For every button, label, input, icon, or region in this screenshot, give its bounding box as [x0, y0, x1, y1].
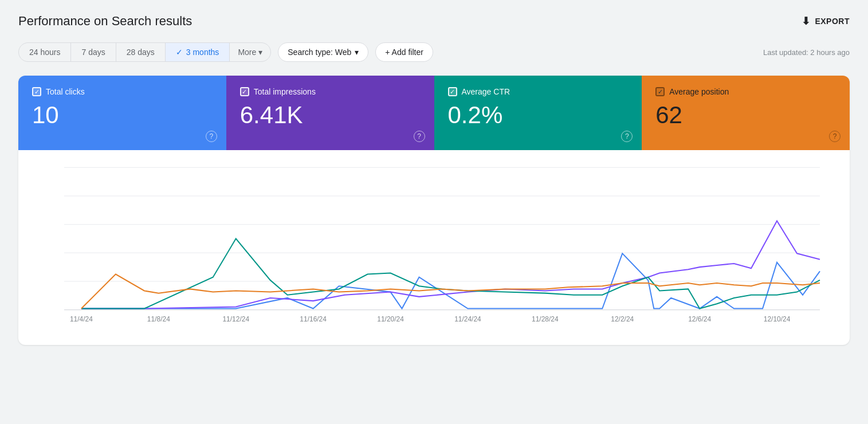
clicks-label: Total clicks [46, 87, 85, 96]
search-type-button[interactable]: Search type: Web ▾ [278, 42, 368, 62]
svg-text:11/16/24: 11/16/24 [300, 315, 327, 323]
metric-clicks: ✓ Total clicks 10 ? [18, 76, 226, 150]
impressions-checkbox[interactable]: ✓ [240, 87, 249, 96]
ctr-label: Average CTR [462, 87, 510, 96]
svg-text:11/8/24: 11/8/24 [147, 315, 170, 323]
page-title: Performance on Search results [18, 14, 192, 29]
ctr-value: 0.2% [448, 103, 629, 127]
clicks-checkbox[interactable]: ✓ [32, 87, 41, 96]
clicks-value: 10 [32, 103, 213, 127]
performance-chart: 11/4/24 11/8/24 11/12/24 11/16/24 11/20/… [30, 162, 831, 333]
svg-text:11/12/24: 11/12/24 [222, 315, 249, 323]
svg-text:11/28/24: 11/28/24 [532, 315, 559, 323]
chevron-down-icon: ▾ [258, 48, 262, 57]
metrics-row: ✓ Total clicks 10 ? ✓ Total impressions … [18, 76, 850, 150]
export-label: EXPORT [815, 17, 850, 26]
svg-text:12/10/24: 12/10/24 [764, 315, 791, 323]
last-updated: Last updated: 2 hours ago [763, 48, 850, 57]
ctr-checkbox[interactable]: ✓ [448, 87, 457, 96]
time-filter-group: 24 hours 7 days 28 days ✓3 months More ▾ [18, 42, 271, 62]
main-card: ✓ Total clicks 10 ? ✓ Total impressions … [18, 76, 850, 345]
svg-text:12/2/24: 12/2/24 [611, 315, 634, 323]
filter-7d[interactable]: 7 days [71, 43, 116, 61]
add-filter-button[interactable]: + Add filter [375, 42, 433, 62]
svg-text:11/20/24: 11/20/24 [377, 315, 404, 323]
filter-3m[interactable]: ✓3 months [166, 43, 230, 61]
filter-row: 24 hours 7 days 28 days ✓3 months More ▾… [18, 42, 850, 62]
metric-ctr: ✓ Average CTR 0.2% ? [434, 76, 642, 150]
chevron-down-icon: ▾ [355, 48, 359, 57]
metric-position: ✓ Average position 62 ? [642, 76, 850, 150]
export-icon: ⬇ [802, 15, 811, 28]
export-button[interactable]: ⬇ EXPORT [802, 15, 850, 28]
filter-more[interactable]: More ▾ [230, 43, 270, 61]
impressions-value: 6.41K [240, 103, 421, 127]
ctr-help[interactable]: ? [621, 131, 633, 142]
clicks-help[interactable]: ? [206, 131, 217, 142]
svg-text:11/4/24: 11/4/24 [70, 315, 93, 323]
position-label: Average position [669, 87, 729, 96]
metric-impressions: ✓ Total impressions 6.41K ? [226, 76, 434, 150]
filter-24h[interactable]: 24 hours [19, 43, 71, 61]
add-filter-label: + Add filter [385, 48, 423, 57]
svg-text:11/24/24: 11/24/24 [454, 315, 481, 323]
impressions-help[interactable]: ? [414, 131, 425, 142]
filter-28d[interactable]: 28 days [116, 43, 166, 61]
position-checkbox[interactable]: ✓ [655, 87, 665, 96]
chart-container: 11/4/24 11/8/24 11/12/24 11/16/24 11/20/… [18, 150, 850, 345]
impressions-label: Total impressions [254, 87, 316, 96]
position-help[interactable]: ? [829, 131, 840, 142]
search-type-label: Search type: Web [288, 48, 351, 57]
position-value: 62 [655, 103, 836, 127]
svg-text:12/6/24: 12/6/24 [688, 315, 711, 323]
